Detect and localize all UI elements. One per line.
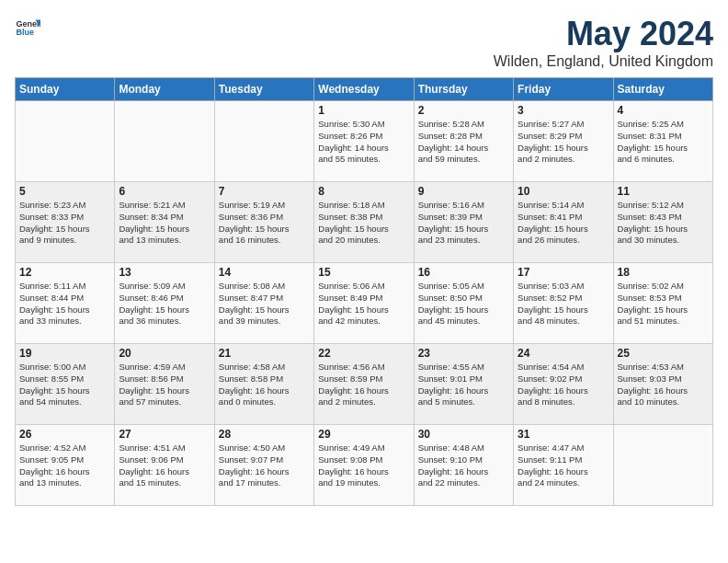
calendar-cell: 11Sunrise: 5:12 AM Sunset: 8:43 PM Dayli… <box>613 182 712 263</box>
day-number: 10 <box>518 185 609 198</box>
cell-content: Sunrise: 4:47 AM Sunset: 9:11 PM Dayligh… <box>518 442 609 489</box>
day-number: 24 <box>518 347 609 360</box>
day-header-friday: Friday <box>514 78 613 101</box>
cell-content: Sunrise: 5:11 AM Sunset: 8:44 PM Dayligh… <box>19 281 110 327</box>
cell-content: Sunrise: 5:18 AM Sunset: 8:38 PM Dayligh… <box>318 200 409 247</box>
day-number: 14 <box>219 266 310 279</box>
day-number: 13 <box>119 266 210 279</box>
cell-content: Sunrise: 5:14 AM Sunset: 8:41 PM Dayligh… <box>518 200 609 247</box>
week-row-0: 1Sunrise: 5:30 AM Sunset: 8:26 PM Daylig… <box>16 101 713 182</box>
calendar-cell: 21Sunrise: 4:58 AM Sunset: 8:58 PM Dayli… <box>214 344 313 425</box>
day-number: 12 <box>19 266 110 279</box>
day-number: 11 <box>618 185 709 198</box>
cell-content: Sunrise: 5:00 AM Sunset: 8:55 PM Dayligh… <box>19 362 110 408</box>
calendar-cell: 25Sunrise: 4:53 AM Sunset: 9:03 PM Dayli… <box>613 344 712 425</box>
day-number: 29 <box>318 428 409 441</box>
day-number: 3 <box>518 104 609 117</box>
day-number: 25 <box>618 347 709 360</box>
day-number: 1 <box>318 104 409 117</box>
calendar-cell: 20Sunrise: 4:59 AM Sunset: 8:56 PM Dayli… <box>115 344 214 425</box>
calendar-cell: 24Sunrise: 4:54 AM Sunset: 9:02 PM Dayli… <box>514 344 613 425</box>
day-header-saturday: Saturday <box>613 78 712 101</box>
cell-content: Sunrise: 5:03 AM Sunset: 8:52 PM Dayligh… <box>518 281 609 327</box>
day-number: 4 <box>618 104 709 117</box>
day-number: 30 <box>418 428 509 441</box>
day-number: 28 <box>219 428 310 441</box>
calendar-cell: 23Sunrise: 4:55 AM Sunset: 9:01 PM Dayli… <box>414 344 513 425</box>
day-number: 20 <box>119 347 210 360</box>
cell-content: Sunrise: 5:08 AM Sunset: 8:47 PM Dayligh… <box>219 281 310 327</box>
day-number: 18 <box>618 266 709 279</box>
cell-content: Sunrise: 5:06 AM Sunset: 8:49 PM Dayligh… <box>318 281 409 327</box>
day-number: 21 <box>219 347 310 360</box>
calendar-cell: 18Sunrise: 5:02 AM Sunset: 8:53 PM Dayli… <box>613 263 712 344</box>
day-number: 6 <box>119 185 210 198</box>
day-number: 19 <box>19 347 110 360</box>
day-number: 26 <box>19 428 110 441</box>
day-number: 27 <box>119 428 210 441</box>
day-number: 23 <box>418 347 509 360</box>
calendar-cell: 29Sunrise: 4:49 AM Sunset: 9:08 PM Dayli… <box>314 425 414 506</box>
week-row-4: 26Sunrise: 4:52 AM Sunset: 9:05 PM Dayli… <box>16 425 713 506</box>
calendar-cell: 13Sunrise: 5:09 AM Sunset: 8:46 PM Dayli… <box>115 263 214 344</box>
cell-content: Sunrise: 5:27 AM Sunset: 8:29 PM Dayligh… <box>518 119 609 166</box>
calendar-cell: 31Sunrise: 4:47 AM Sunset: 9:11 PM Dayli… <box>514 425 613 506</box>
cell-content: Sunrise: 4:58 AM Sunset: 8:58 PM Dayligh… <box>219 362 310 408</box>
calendar-cell: 16Sunrise: 5:05 AM Sunset: 8:50 PM Dayli… <box>414 263 513 344</box>
day-number: 31 <box>518 428 609 441</box>
cell-content: Sunrise: 4:54 AM Sunset: 9:02 PM Dayligh… <box>518 362 609 408</box>
calendar-cell: 8Sunrise: 5:18 AM Sunset: 8:38 PM Daylig… <box>314 182 414 263</box>
cell-content: Sunrise: 4:59 AM Sunset: 8:56 PM Dayligh… <box>119 362 210 408</box>
cell-content: Sunrise: 4:51 AM Sunset: 9:06 PM Dayligh… <box>119 442 210 489</box>
calendar-cell: 27Sunrise: 4:51 AM Sunset: 9:06 PM Dayli… <box>115 425 214 506</box>
day-header-sunday: Sunday <box>16 78 115 101</box>
calendar-cell: 28Sunrise: 4:50 AM Sunset: 9:07 PM Dayli… <box>214 425 313 506</box>
calendar-title: May 2024 <box>494 15 713 53</box>
day-number: 5 <box>19 185 110 198</box>
calendar-cell <box>16 101 115 182</box>
day-number: 22 <box>318 347 409 360</box>
calendar-cell: 2Sunrise: 5:28 AM Sunset: 8:28 PM Daylig… <box>414 101 513 182</box>
cell-content: Sunrise: 5:28 AM Sunset: 8:28 PM Dayligh… <box>418 119 509 166</box>
cell-content: Sunrise: 5:21 AM Sunset: 8:34 PM Dayligh… <box>119 200 210 247</box>
calendar-cell: 30Sunrise: 4:48 AM Sunset: 9:10 PM Dayli… <box>414 425 513 506</box>
day-number: 17 <box>518 266 609 279</box>
calendar-cell: 5Sunrise: 5:23 AM Sunset: 8:33 PM Daylig… <box>16 182 115 263</box>
calendar-cell: 15Sunrise: 5:06 AM Sunset: 8:49 PM Dayli… <box>314 263 414 344</box>
cell-content: Sunrise: 5:02 AM Sunset: 8:53 PM Dayligh… <box>618 281 709 327</box>
calendar-cell: 22Sunrise: 4:56 AM Sunset: 8:59 PM Dayli… <box>314 344 414 425</box>
day-header-monday: Monday <box>115 78 214 101</box>
calendar-cell: 6Sunrise: 5:21 AM Sunset: 8:34 PM Daylig… <box>115 182 214 263</box>
calendar-cell: 10Sunrise: 5:14 AM Sunset: 8:41 PM Dayli… <box>514 182 613 263</box>
cell-content: Sunrise: 5:12 AM Sunset: 8:43 PM Dayligh… <box>618 200 709 247</box>
calendar-cell: 14Sunrise: 5:08 AM Sunset: 8:47 PM Dayli… <box>214 263 313 344</box>
week-row-1: 5Sunrise: 5:23 AM Sunset: 8:33 PM Daylig… <box>16 182 713 263</box>
cell-content: Sunrise: 4:52 AM Sunset: 9:05 PM Dayligh… <box>19 442 110 489</box>
cell-content: Sunrise: 4:56 AM Sunset: 8:59 PM Dayligh… <box>318 362 409 408</box>
day-number: 15 <box>318 266 409 279</box>
logo: General Blue <box>15 15 40 40</box>
calendar-cell: 1Sunrise: 5:30 AM Sunset: 8:26 PM Daylig… <box>314 101 414 182</box>
cell-content: Sunrise: 5:23 AM Sunset: 8:33 PM Dayligh… <box>19 200 110 247</box>
calendar-cell: 19Sunrise: 5:00 AM Sunset: 8:55 PM Dayli… <box>16 344 115 425</box>
calendar-cell: 17Sunrise: 5:03 AM Sunset: 8:52 PM Dayli… <box>514 263 613 344</box>
day-header-wednesday: Wednesday <box>314 78 414 101</box>
calendar-subtitle: Wilden, England, United Kingdom <box>494 53 713 70</box>
day-number: 2 <box>418 104 509 117</box>
logo-icon: General Blue <box>15 15 40 40</box>
day-number: 8 <box>318 185 409 198</box>
calendar-cell: 7Sunrise: 5:19 AM Sunset: 8:36 PM Daylig… <box>214 182 313 263</box>
header: General Blue May 2024 Wilden, England, U… <box>15 15 713 70</box>
calendar-cell: 3Sunrise: 5:27 AM Sunset: 8:29 PM Daylig… <box>514 101 613 182</box>
calendar-cell: 4Sunrise: 5:25 AM Sunset: 8:31 PM Daylig… <box>613 101 712 182</box>
cell-content: Sunrise: 5:19 AM Sunset: 8:36 PM Dayligh… <box>219 200 310 247</box>
title-section: May 2024 Wilden, England, United Kingdom <box>494 15 713 70</box>
cell-content: Sunrise: 5:05 AM Sunset: 8:50 PM Dayligh… <box>418 281 509 327</box>
days-header-row: SundayMondayTuesdayWednesdayThursdayFrid… <box>16 78 713 101</box>
day-header-tuesday: Tuesday <box>214 78 313 101</box>
day-number: 9 <box>418 185 509 198</box>
cell-content: Sunrise: 5:30 AM Sunset: 8:26 PM Dayligh… <box>318 119 409 166</box>
calendar-cell <box>214 101 313 182</box>
calendar-cell: 9Sunrise: 5:16 AM Sunset: 8:39 PM Daylig… <box>414 182 513 263</box>
cell-content: Sunrise: 5:16 AM Sunset: 8:39 PM Dayligh… <box>418 200 509 247</box>
